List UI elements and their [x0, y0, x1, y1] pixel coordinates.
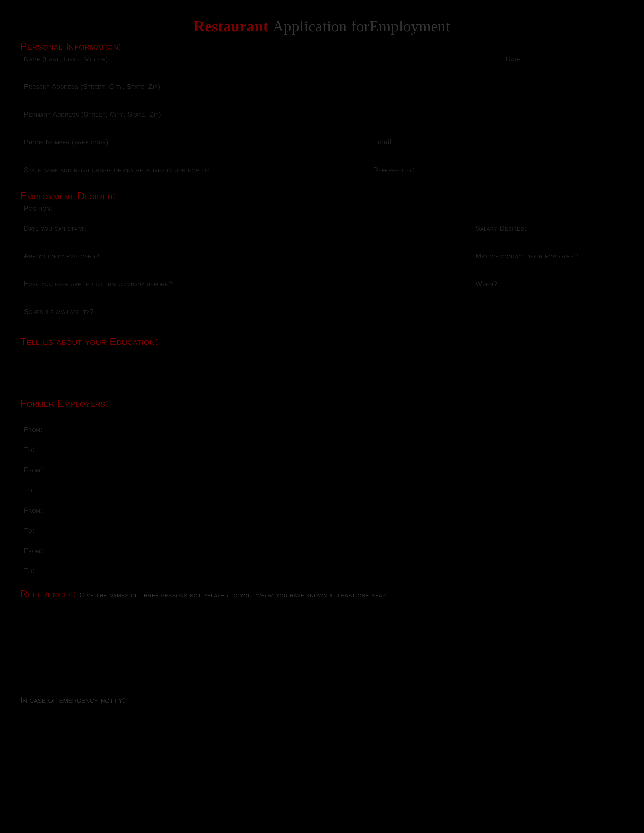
col-ref-name: Name	[24, 603, 44, 612]
label-to: To:	[24, 527, 34, 534]
section-employment-header: Employment Desired:	[20, 190, 624, 202]
employer-cell[interactable]	[117, 464, 316, 505]
col-ref-years: Years Aquaintinted	[506, 603, 568, 612]
title-main: Application forEmployment	[273, 18, 450, 35]
label-dollar: $	[319, 507, 323, 514]
label-dollar: $	[319, 547, 323, 555]
education-line[interactable]	[20, 375, 624, 390]
label-date: Date:	[506, 55, 523, 63]
label-position: Position:	[24, 204, 52, 212]
references-title: References:	[20, 589, 76, 600]
col-ref-business: Business	[325, 603, 356, 612]
label-employed-now: Are you now employed?	[24, 252, 99, 260]
ref-row-num: 2.	[24, 641, 30, 650]
ref-row-num: 3.	[24, 666, 30, 675]
label-emergency-phone: PHONE:	[454, 710, 486, 720]
section-personal-header: Personal Information:	[20, 41, 624, 52]
reason-cell[interactable]	[473, 464, 623, 505]
emergency-notify-line[interactable]	[126, 695, 624, 703]
label-present-address: Present Address (Street, City, State, Zi…	[24, 82, 160, 90]
position-cell[interactable]	[376, 424, 473, 464]
label-referred: Referred by:	[373, 166, 414, 174]
col-position: Position	[379, 413, 404, 421]
references-table: Name Address Business Years Aquaintinted…	[20, 600, 624, 690]
position-cell[interactable]	[376, 505, 473, 545]
col-ref-address: Address	[168, 603, 196, 612]
personal-table: Name (Last, First, Middle) Date: Present…	[20, 53, 624, 185]
label-salary-desired: Salary Desired:	[475, 224, 526, 232]
employer-cell[interactable]	[117, 424, 316, 464]
label-start-date: Date you can start:	[24, 224, 86, 232]
label-name: Name (Last, First, Middle)	[24, 55, 108, 63]
education-line[interactable]	[20, 360, 624, 375]
label-when: When?	[475, 280, 497, 288]
label-per: per	[319, 567, 329, 575]
emergency-address-line[interactable]	[68, 709, 451, 718]
col-salary: Salary	[319, 413, 340, 421]
reason-cell[interactable]	[473, 505, 623, 545]
label-relatives: State name and relationship of any relat…	[24, 166, 209, 174]
label-permanent-address: Permant Address (Street, City, State, Zi…	[24, 110, 161, 118]
label-email: Email:	[373, 138, 393, 146]
employment-table: Position: Date you can start: Salary Des…	[20, 202, 624, 326]
section-references-header: References: Give the names of three pers…	[20, 589, 624, 600]
employer-cell[interactable]	[117, 545, 316, 585]
label-dollar: $	[319, 466, 323, 474]
reason-cell[interactable]	[473, 424, 623, 464]
label-from: From:	[24, 426, 42, 433]
label-from: From:	[24, 547, 42, 555]
page-title: Restaurant Application forEmployment	[20, 18, 624, 35]
col-employer: Name and Address of Employer	[120, 413, 216, 421]
label-per: per:	[319, 446, 331, 453]
label-emergency-address: ADDRESS:	[23, 710, 67, 720]
emergency-section: In case of emergency notify: ADDRESS: PH…	[20, 695, 624, 720]
references-subtitle: Give the names of three persons not rela…	[79, 591, 388, 599]
title-brand: Restaurant	[194, 18, 269, 35]
education-lines	[20, 360, 624, 390]
label-per: per	[319, 527, 329, 534]
position-cell[interactable]	[376, 545, 473, 585]
label-contact-employer: May we contact your employer?	[475, 252, 578, 260]
reference-row[interactable]: 1.	[21, 614, 623, 639]
reference-row[interactable]: 3.	[21, 665, 623, 690]
section-education-header: Tell us about your Education:	[20, 336, 624, 347]
label-emergency-notify: In case of emergency notify:	[20, 695, 125, 705]
position-cell[interactable]	[376, 464, 473, 505]
label-schedule: Schedule availability?	[24, 308, 94, 315]
reason-cell[interactable]	[473, 545, 623, 585]
col-reason: Reason for Leaving	[475, 413, 535, 421]
employer-cell[interactable]	[117, 505, 316, 545]
label-per: per:	[319, 486, 331, 494]
label-to: To:	[24, 486, 34, 494]
label-dollar: $	[319, 426, 323, 433]
formers-table: Date, Month & Year Name and Address of E…	[20, 409, 624, 586]
label-from: From:	[24, 466, 42, 474]
col-date: Date, Month & Year	[24, 413, 86, 421]
label-from: From:	[24, 507, 42, 514]
ref-row-num: 1.	[24, 616, 30, 624]
label-to: To:	[24, 567, 34, 575]
label-phone: Phone Number (area code)	[24, 138, 108, 146]
section-formers-header: Former Employers:	[20, 397, 624, 409]
label-applied-before: Have you ever applied to this company be…	[24, 280, 172, 288]
label-to: To:	[24, 446, 34, 453]
emergency-phone-line[interactable]	[488, 709, 624, 718]
reference-row[interactable]: 2.	[21, 639, 623, 665]
